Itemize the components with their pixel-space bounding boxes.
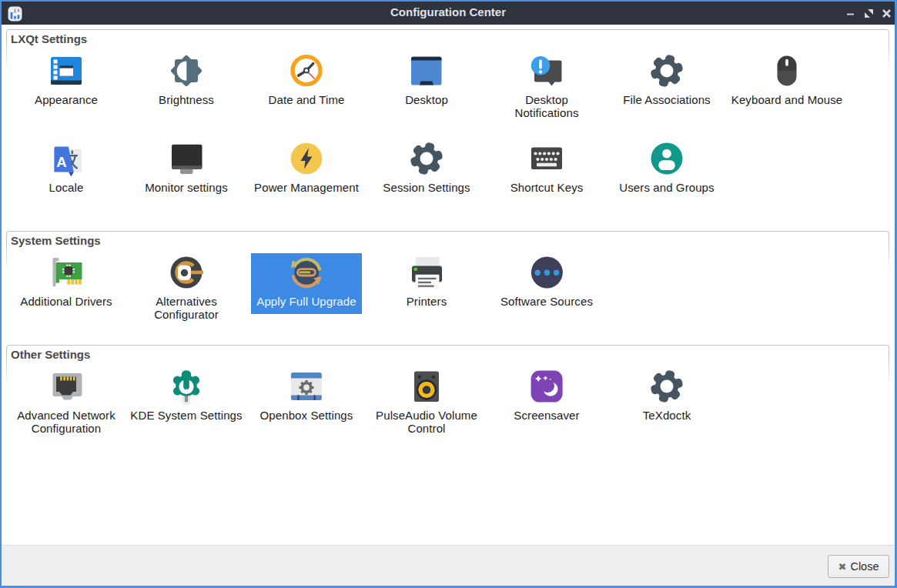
svg-text:A: A (56, 154, 66, 170)
